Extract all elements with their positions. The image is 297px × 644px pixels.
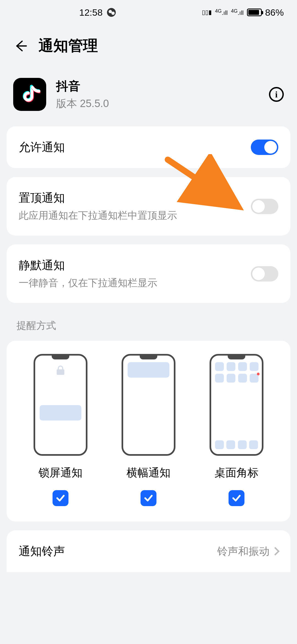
silent-notifications-toggle[interactable]: [251, 266, 278, 282]
mode-badge-checkbox[interactable]: [229, 490, 244, 506]
ringtone-label: 通知铃声: [19, 544, 65, 559]
ringtone-value: 铃声和振动: [217, 544, 270, 558]
mode-lockscreen[interactable]: 锁屏通知: [16, 354, 105, 506]
pin-notifications-toggle[interactable]: [251, 199, 278, 214]
mode-banner-label: 横幅通知: [127, 465, 170, 480]
signal-4g-icon-2: 4G.ıll: [231, 8, 244, 17]
app-info-button[interactable]: i: [269, 87, 284, 102]
silent-notifications-label: 静默通知: [19, 258, 251, 273]
pin-notifications-sub: 此应用通知在下拉通知栏中置顶显示: [19, 209, 251, 222]
vibrate-icon: ▯▯▮: [202, 9, 212, 16]
banner-preview-icon: [122, 354, 175, 456]
mode-badge-label: 桌面角标: [215, 465, 258, 480]
chevron-right-icon: [271, 547, 279, 555]
silent-notifications-sub: 一律静音，仅在下拉通知栏显示: [19, 276, 251, 290]
wechat-status-icon: [107, 8, 116, 17]
mode-lockscreen-checkbox[interactable]: [53, 490, 68, 506]
battery-icon: [247, 9, 262, 16]
app-version: 版本 25.5.0: [56, 97, 269, 111]
status-bar: 12:58 ▯▯▮ 4G.ıll 4G.ıll 86%: [0, 0, 297, 25]
mode-badge[interactable]: 桌面角标: [193, 354, 280, 506]
status-time: 12:58: [79, 7, 103, 18]
allow-notifications-label: 允许通知: [19, 140, 251, 155]
allow-notifications-toggle[interactable]: [251, 140, 278, 155]
page-header: 通知管理: [0, 25, 297, 65]
page-title: 通知管理: [38, 36, 98, 56]
ringtone-row[interactable]: 通知铃声 铃声和振动: [7, 530, 290, 572]
app-name: 抖音: [56, 78, 269, 94]
app-info-row: 抖音 版本 25.5.0 i: [0, 65, 297, 126]
mode-lockscreen-label: 锁屏通知: [38, 465, 82, 480]
allow-notifications-card: 允许通知: [7, 126, 290, 168]
lockscreen-preview-icon: [34, 354, 87, 456]
pin-notifications-card: 置顶通知 此应用通知在下拉通知栏中置顶显示: [7, 177, 290, 236]
silent-notifications-card: 静默通知 一律静音，仅在下拉通知栏显示: [7, 244, 290, 303]
signal-4g-icon: 4G.ıll: [215, 8, 228, 17]
back-button[interactable]: [13, 39, 28, 53]
mode-banner-checkbox[interactable]: [141, 490, 156, 506]
mode-banner[interactable]: 横幅通知: [105, 354, 193, 506]
app-icon-douyin: [13, 78, 46, 111]
reminder-modes-card: 锁屏通知 横幅通知 桌面角标: [7, 341, 290, 522]
battery-percent: 86%: [265, 7, 284, 18]
reminder-section-label: 提醒方式: [0, 312, 297, 341]
badge-preview-icon: [210, 354, 263, 456]
pin-notifications-label: 置顶通知: [19, 190, 251, 206]
